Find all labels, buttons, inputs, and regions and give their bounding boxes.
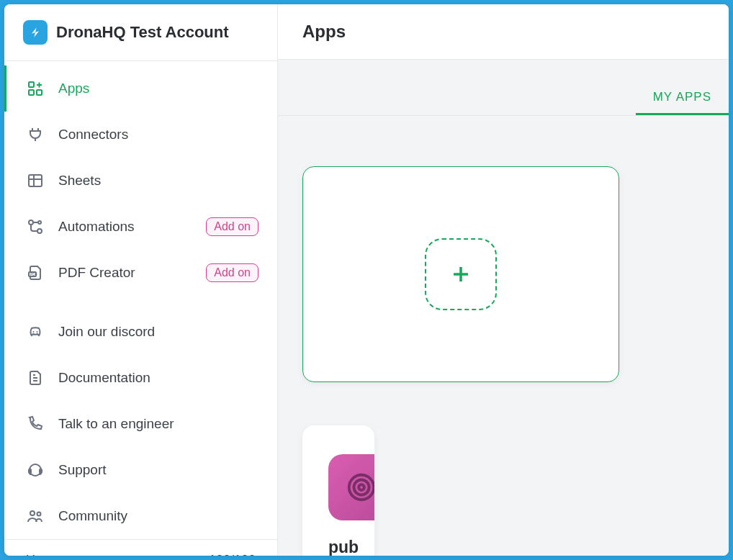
new-app-tile[interactable] [302, 166, 619, 382]
sidebar-item-sheets[interactable]: Sheets [4, 158, 277, 204]
svg-point-4 [29, 220, 33, 225]
sidebar-item-engineer[interactable]: Talk to an engineer [4, 401, 277, 447]
sidebar-item-community[interactable]: Community [4, 493, 277, 539]
sidebar-item-discord[interactable]: Join our discord [4, 309, 277, 355]
sidebar-item-label: Apps [58, 81, 258, 96]
target-icon [345, 471, 374, 504]
app-card[interactable]: pub AJ p [302, 425, 374, 556]
apps-icon [25, 78, 45, 99]
sidebar-item-label: Sheets [58, 173, 258, 189]
sidebar-item-label: Automations [58, 219, 190, 235]
plus-icon [449, 262, 473, 286]
sidebar-item-connectors[interactable]: Connectors [4, 112, 277, 158]
svg-rect-0 [29, 82, 34, 87]
users-row[interactable]: Users 100/100 [4, 539, 277, 556]
svg-point-15 [37, 512, 41, 516]
apps-grid-row1: pub AJ p [278, 116, 729, 556]
sidebar-item-support[interactable]: Support [4, 447, 277, 493]
sidebar-item-label: PDF Creator [58, 265, 190, 281]
sidebar-item-pdfcreator[interactable]: PDF PDF Creator Add on [4, 250, 277, 296]
app-card-icon [328, 454, 374, 520]
addon-badge: Add on [206, 217, 258, 236]
brand-logo-icon [28, 25, 42, 40]
svg-point-17 [354, 479, 369, 494]
sheet-icon [25, 171, 45, 191]
svg-point-6 [38, 221, 41, 224]
app-window: DronaHQ Test Account Apps Connec [4, 4, 729, 556]
sidebar-item-label: Support [58, 462, 258, 478]
addon-badge: Add on [206, 263, 258, 282]
users-count: 100/100 [209, 553, 256, 556]
svg-point-18 [359, 484, 364, 490]
sidebar-item-label: Community [58, 508, 258, 524]
svg-rect-1 [37, 90, 42, 95]
plug-icon [25, 125, 45, 145]
discord-icon [25, 322, 45, 342]
new-app-plus-box [425, 238, 497, 310]
phone-icon [25, 414, 45, 434]
page-title: Apps [278, 4, 729, 60]
svg-point-14 [30, 511, 35, 515]
sidebar: DronaHQ Test Account Apps Connec [4, 4, 278, 556]
nav-list: Apps Connectors Sheets [4, 61, 277, 539]
community-icon [25, 506, 45, 526]
app-card-title: pub [328, 538, 348, 556]
tabs-row: MY APPS [278, 60, 729, 116]
brand-logo [23, 20, 48, 45]
sidebar-item-label: Talk to an engineer [58, 416, 258, 432]
sidebar-item-documentation[interactable]: Documentation [4, 355, 277, 401]
brand-title: DronaHQ Test Account [56, 23, 229, 42]
users-label: Users [26, 553, 60, 556]
sidebar-item-automations[interactable]: Automations Add on [4, 204, 277, 250]
automations-icon [25, 217, 45, 237]
sidebar-item-label: Documentation [58, 370, 258, 386]
svg-text:PDF: PDF [30, 272, 37, 276]
sidebar-item-label: Connectors [58, 127, 258, 143]
main-area: Apps MY APPS pub AJ p [278, 4, 729, 556]
svg-point-5 [37, 229, 42, 233]
doc-icon [25, 368, 45, 388]
svg-point-10 [37, 331, 38, 333]
svg-rect-2 [29, 90, 34, 95]
sidebar-item-apps[interactable]: Apps [4, 66, 277, 112]
sidebar-item-label: Join our discord [58, 324, 258, 340]
svg-point-9 [33, 331, 35, 333]
tab-myapps[interactable]: MY APPS [636, 81, 729, 115]
brand-header[interactable]: DronaHQ Test Account [4, 4, 277, 61]
svg-rect-3 [29, 175, 42, 186]
pdf-icon: PDF [25, 263, 45, 283]
support-icon [25, 460, 45, 480]
